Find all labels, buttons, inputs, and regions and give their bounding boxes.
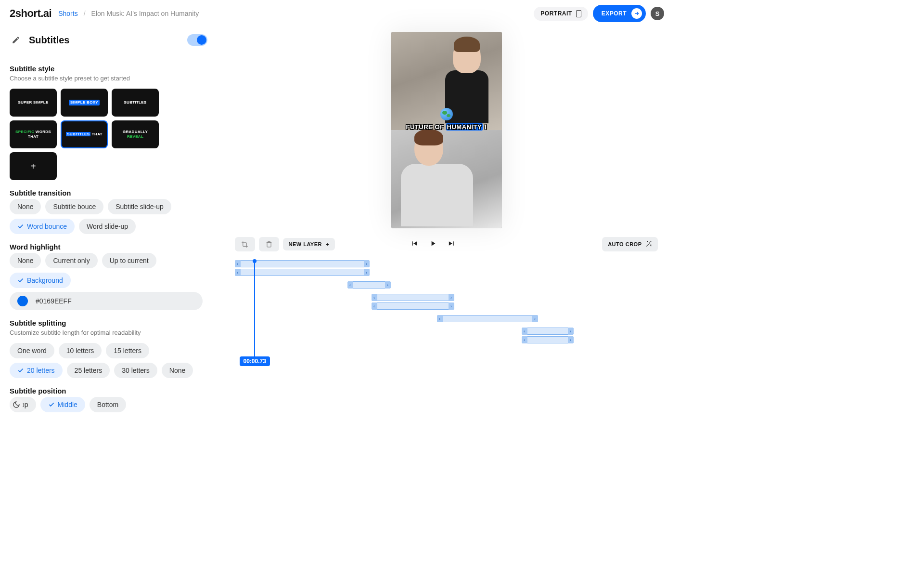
preview-subtitle: FUTURE OF HUMANITY I <box>391 123 502 131</box>
position-row: TopMiddleBottom <box>10 397 203 412</box>
timeline-clip[interactable]: ‹› <box>437 315 538 322</box>
timeline-clip[interactable]: ‹› <box>372 302 454 310</box>
pencil-icon[interactable] <box>10 34 22 46</box>
clip-handle-right[interactable]: › <box>364 260 370 267</box>
highlight-current-only[interactable]: Current only <box>45 253 97 268</box>
transition-row: NoneSubtitle bouceSubtitle slide-upWord … <box>10 199 203 234</box>
splitting-one-word[interactable]: One word <box>10 343 54 358</box>
export-button[interactable]: EXPORT <box>593 5 646 22</box>
subtitles-toggle[interactable] <box>187 34 207 46</box>
export-label: EXPORT <box>602 10 627 17</box>
splitting-none[interactable]: None <box>162 363 193 378</box>
clip-handle-right[interactable]: › <box>449 302 454 310</box>
splitting-10-letters[interactable]: 10 letters <box>59 343 102 358</box>
color-field[interactable]: #0169EEFF <box>10 292 203 310</box>
clip-handle-left[interactable]: ‹ <box>235 269 241 276</box>
transition-none[interactable]: None <box>10 199 41 214</box>
portrait-icon <box>576 10 581 17</box>
splitting-30-letters[interactable]: 30 letters <box>114 363 157 378</box>
auto-crop-button[interactable]: AUTO CROP <box>602 237 658 251</box>
highlight-heading: Word highlight <box>10 243 203 251</box>
clip-handle-left[interactable]: ‹ <box>437 315 443 322</box>
transition-heading: Subtitle transition <box>10 189 203 197</box>
breadcrumb-sep: / <box>84 10 86 17</box>
color-value: #0169EEFF <box>36 297 72 305</box>
timeline-clip[interactable]: ‹› <box>347 281 391 289</box>
crop-button[interactable] <box>235 237 255 251</box>
theme-toggle[interactable] <box>10 398 23 411</box>
color-swatch <box>17 296 28 306</box>
video-preview[interactable]: FUTURE OF HUMANITY I <box>391 32 502 228</box>
breadcrumb-link[interactable]: Shorts <box>58 10 77 17</box>
plus-icon: + <box>326 241 329 247</box>
highlight-row: NoneCurrent onlyUp to currentBackground <box>10 253 203 288</box>
style-subheading: Choose a subtitle style preset to get st… <box>10 75 203 82</box>
timeline-clip[interactable]: ‹› <box>235 269 370 276</box>
time-badge: 00:00.73 <box>240 356 270 366</box>
breadcrumb: Shorts / Elon Musk: AI's Impact on Human… <box>58 10 199 17</box>
clip-handle-left[interactable]: ‹ <box>347 281 353 289</box>
splitting-25-letters[interactable]: 25 letters <box>67 363 110 378</box>
splitting-heading: Subtitle splitting <box>10 319 203 327</box>
preset-subtitles[interactable]: SUBTITLES <box>112 89 159 117</box>
preset-gradually-reveal[interactable]: GRADUALLYREVEAL <box>112 120 159 148</box>
position-middle[interactable]: Middle <box>40 397 85 412</box>
preset-grid: SUPER SIMPLE SIMPLE BOXY SUBTITLES SPECI… <box>10 89 203 180</box>
wand-icon <box>645 240 652 248</box>
clip-handle-left[interactable]: ‹ <box>372 302 377 310</box>
preset-simple-boxy[interactable]: SIMPLE BOXY <box>61 89 108 117</box>
preset-super-simple[interactable]: SUPER SIMPLE <box>10 89 57 117</box>
preset-add[interactable]: + <box>10 152 57 180</box>
new-layer-button[interactable]: NEW LAYER + <box>283 238 335 250</box>
position-bottom[interactable]: Bottom <box>90 397 126 412</box>
breadcrumb-current: Elon Musk: AI's Impact on Humanity <box>91 10 199 17</box>
panel-title: Subtitles <box>29 35 69 46</box>
globe-emoji <box>440 108 453 120</box>
arrow-right-icon <box>631 8 642 19</box>
transition-subtitle-slide-up[interactable]: Subtitle slide-up <box>108 199 171 214</box>
clip-handle-right[interactable]: › <box>449 294 454 301</box>
timeline-clip[interactable]: ‹› <box>522 328 574 335</box>
delete-button[interactable] <box>259 237 279 251</box>
transition-subtitle-bouce[interactable]: Subtitle bouce <box>45 199 103 214</box>
transition-word-slide-up[interactable]: Word slide-up <box>79 219 136 234</box>
orientation-label: PORTRAIT <box>540 10 572 17</box>
orientation-button[interactable]: PORTRAIT <box>534 7 588 21</box>
skip-back-button[interactable] <box>410 239 418 250</box>
clip-handle-right[interactable]: › <box>568 328 574 335</box>
clip-handle-left[interactable]: ‹ <box>522 328 527 335</box>
skip-forward-button[interactable] <box>448 239 456 250</box>
splitting-row: One word10 letters15 letters20 letters25… <box>10 343 203 378</box>
clip-handle-right[interactable]: › <box>568 336 574 343</box>
timeline[interactable]: ‹›‹›‹›‹›‹›‹›‹›‹› <box>235 260 658 356</box>
clip-handle-left[interactable]: ‹ <box>372 294 377 301</box>
preset-subtitles-that[interactable]: SUBTITLES THAT <box>61 120 108 148</box>
style-heading: Subtitle style <box>10 65 203 73</box>
splitting-20-letters[interactable]: 20 letters <box>10 363 63 378</box>
preset-specific-words[interactable]: SPECIFIC WORDS THAT <box>10 120 57 148</box>
timeline-clip[interactable]: ‹› <box>522 336 574 343</box>
transition-word-bounce[interactable]: Word bounce <box>10 219 75 234</box>
clip-handle-right[interactable]: › <box>385 281 391 289</box>
highlight-none[interactable]: None <box>10 253 41 268</box>
playhead[interactable] <box>254 260 255 359</box>
highlight-up-to-current[interactable]: Up to current <box>102 253 156 268</box>
splitting-15-letters[interactable]: 15 letters <box>106 343 149 358</box>
avatar[interactable]: S <box>651 7 664 20</box>
clip-handle-left[interactable]: ‹ <box>235 260 241 267</box>
logo[interactable]: 2short.ai <box>10 7 51 20</box>
position-heading: Subtitle position <box>10 387 203 395</box>
splitting-subheading: Customize subtitle length for optimal re… <box>10 329 203 336</box>
timeline-clip[interactable]: ‹› <box>372 294 454 301</box>
highlight-background[interactable]: Background <box>10 273 71 288</box>
clip-handle-left[interactable]: ‹ <box>522 336 527 343</box>
clip-handle-right[interactable]: › <box>364 269 370 276</box>
play-button[interactable] <box>429 239 437 250</box>
clip-handle-right[interactable]: › <box>532 315 538 322</box>
